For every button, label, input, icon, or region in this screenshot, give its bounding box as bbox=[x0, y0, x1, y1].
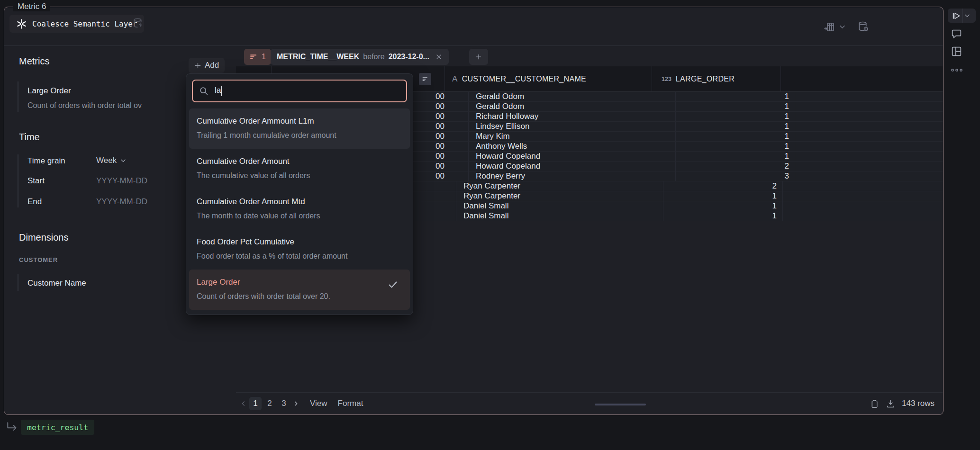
time-grain-select[interactable]: Week bbox=[96, 156, 127, 165]
cell-large-order[interactable]: 1 bbox=[663, 191, 783, 201]
table-footer-bar: 123 View Format 143 rows bbox=[236, 392, 943, 414]
metric-option-description: Trailing 1 month cumulative order amount bbox=[197, 131, 402, 140]
chevron-down-icon[interactable] bbox=[839, 23, 846, 30]
snowflake-icon bbox=[16, 18, 27, 29]
metric-option[interactable]: Large Order Count of orders with order t… bbox=[189, 270, 410, 310]
metric-option[interactable]: Food Order Pct Cumulative Food order tot… bbox=[189, 229, 410, 270]
metric-search-input[interactable]: la bbox=[192, 80, 407, 102]
cell-customer[interactable]: Daniel Small bbox=[456, 211, 663, 221]
cell-large-order[interactable]: 1 bbox=[676, 102, 795, 111]
end-date-input[interactable]: YYYY-MM-DD bbox=[96, 197, 147, 207]
cell-filler bbox=[795, 152, 943, 161]
cell-customer[interactable]: Ryan Carpenter bbox=[456, 191, 663, 201]
metric-item-name[interactable]: Large Order bbox=[27, 86, 71, 96]
metric-picker-dropdown: la Cumulative Order Ammount L1m Trailing… bbox=[186, 73, 413, 315]
dimension-item-name[interactable]: Customer Name bbox=[27, 279, 86, 288]
page-number[interactable]: 2 bbox=[263, 397, 276, 410]
add-metric-button[interactable]: Add bbox=[189, 58, 225, 73]
chevron-down-icon[interactable] bbox=[964, 12, 971, 19]
cell-large-order[interactable]: 1 bbox=[663, 211, 783, 221]
cell-customer[interactable]: Howard Copeland bbox=[469, 152, 676, 161]
cell-customer[interactable]: Anthony Wells bbox=[469, 142, 676, 151]
cell-title: Metric 6 bbox=[13, 2, 50, 11]
source-chip-label: Coalesce Semantic Layer bbox=[32, 19, 137, 28]
output-variable-name: metric_result bbox=[27, 423, 88, 432]
large-order-column-header[interactable]: 123 LARGE_ORDER bbox=[652, 66, 781, 91]
comment-icon[interactable] bbox=[951, 28, 962, 40]
metric-option[interactable]: Cumulative Order Amount The cumulative v… bbox=[189, 149, 410, 189]
page-number[interactable]: 1 bbox=[249, 397, 262, 410]
metric-cell-page: Metric 6 Coalesce Semantic Layer bbox=[0, 0, 980, 450]
cell-large-order[interactable]: 2 bbox=[676, 162, 795, 171]
prev-page-icon[interactable] bbox=[240, 400, 247, 407]
pagination: 123 bbox=[240, 397, 299, 410]
metric-option-description: The cumulative value of all orders bbox=[197, 171, 402, 180]
cell-customer[interactable]: Daniel Small bbox=[456, 201, 663, 211]
chevron-down-icon bbox=[120, 157, 127, 164]
large-order-column-label: LARGE_ORDER bbox=[676, 75, 735, 83]
filter-count-chip[interactable]: 1 bbox=[244, 49, 271, 65]
cell-large-order[interactable]: 1 bbox=[663, 201, 783, 211]
cell-large-order[interactable]: 3 bbox=[676, 171, 795, 181]
view-button[interactable]: View bbox=[310, 399, 327, 408]
cell-customer[interactable]: Gerald Odom bbox=[469, 92, 676, 101]
cell-filler bbox=[783, 191, 943, 201]
run-icon[interactable] bbox=[952, 11, 961, 20]
cell-large-order[interactable]: 1 bbox=[676, 122, 795, 131]
download-icon[interactable] bbox=[886, 399, 896, 409]
plus-icon bbox=[194, 62, 201, 69]
cell-customer[interactable]: Gerald Odom bbox=[469, 102, 676, 111]
cell-customer[interactable]: Rodney Berry bbox=[469, 171, 676, 181]
layout-icon[interactable] bbox=[951, 45, 962, 57]
database-preview-icon[interactable] bbox=[857, 21, 869, 33]
cell-customer[interactable]: Ryan Carpenter bbox=[456, 181, 663, 191]
plus-icon bbox=[475, 53, 482, 61]
customer-column-header[interactable]: A CUSTOMER__CUSTOMER_NAME bbox=[445, 66, 652, 91]
semantic-layer-source-chip[interactable]: Coalesce Semantic Layer bbox=[9, 15, 144, 33]
search-query: la bbox=[215, 86, 221, 95]
header-filler bbox=[781, 66, 943, 91]
metric-option-title: Large Order bbox=[197, 278, 402, 287]
cell-large-order[interactable]: 1 bbox=[676, 142, 795, 151]
run-cell-button-group bbox=[948, 9, 976, 23]
format-button[interactable]: Format bbox=[338, 399, 363, 408]
dimensions-heading: Dimensions bbox=[19, 232, 68, 243]
time-heading: Time bbox=[19, 132, 40, 143]
metric-option-description: Food order total as a % of total order a… bbox=[197, 252, 402, 261]
output-variable-chip[interactable]: metric_result bbox=[21, 420, 94, 435]
copy-icon[interactable] bbox=[870, 399, 880, 409]
cell-filler bbox=[795, 142, 943, 151]
cell-customer[interactable]: Lindsey Ellison bbox=[469, 122, 676, 131]
cell-header-divider bbox=[4, 45, 943, 46]
cell-large-order[interactable]: 1 bbox=[676, 152, 795, 161]
metrics-heading: Metrics bbox=[19, 56, 49, 67]
horizontal-scrollbar[interactable] bbox=[595, 404, 646, 405]
filter-chip[interactable]: METRIC_TIME__WEEK before 2023-12-0... bbox=[271, 49, 449, 65]
cell-large-order[interactable]: 2 bbox=[663, 181, 783, 191]
dimension-group-label: CUSTOMER bbox=[19, 256, 58, 263]
page-number[interactable]: 3 bbox=[278, 397, 290, 410]
cell-customer[interactable]: Mary Kim bbox=[469, 132, 676, 141]
cell-filler bbox=[783, 211, 943, 221]
metric-option-title: Cumulative Order Ammount L1m bbox=[197, 117, 402, 126]
cell-filler bbox=[795, 132, 943, 141]
add-filter-button[interactable] bbox=[469, 49, 488, 65]
column-filter-icon[interactable] bbox=[419, 73, 431, 85]
next-page-icon[interactable] bbox=[292, 400, 299, 407]
cell-large-order[interactable]: 1 bbox=[676, 112, 795, 121]
metric-option[interactable]: Cumulative Order Ammount L1m Trailing 1 … bbox=[189, 108, 410, 149]
filter-operator: before bbox=[363, 53, 384, 61]
close-icon[interactable] bbox=[435, 53, 443, 61]
cell-filler bbox=[795, 162, 943, 171]
metric-option[interactable]: Cumulative Order Amount Mtd The month to… bbox=[189, 189, 410, 229]
time-indent-line bbox=[18, 154, 18, 207]
cell-customer[interactable]: Richard Holloway bbox=[469, 112, 676, 121]
ellipsis-icon[interactable] bbox=[951, 68, 963, 72]
cell-customer[interactable]: Howard Copeland bbox=[469, 162, 676, 171]
cell-large-order[interactable]: 1 bbox=[676, 132, 795, 141]
push-to-table-icon[interactable] bbox=[824, 21, 835, 33]
cell-large-order[interactable]: 1 bbox=[676, 92, 795, 101]
start-date-input[interactable]: YYYY-MM-DD bbox=[96, 176, 147, 186]
database-bolt-icon[interactable] bbox=[132, 17, 145, 30]
metric-option-title: Food Order Pct Cumulative bbox=[197, 237, 402, 247]
